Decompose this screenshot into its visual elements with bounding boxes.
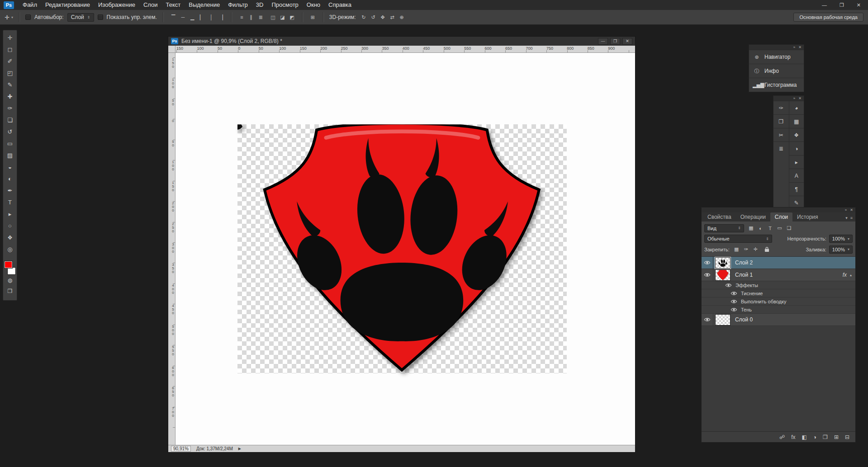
- menu-item[interactable]: 3D: [252, 0, 268, 10]
- tab-properties[interactable]: Свойства: [703, 212, 736, 222]
- eye-icon[interactable]: [730, 307, 737, 312]
- fill-dropdown[interactable]: 100% ▾: [829, 245, 853, 254]
- menu-item[interactable]: Слои: [139, 0, 162, 10]
- panel-button-histogram[interactable]: ▂▅▇ Гистограмма: [749, 78, 804, 92]
- menu-item[interactable]: Справка: [324, 0, 356, 10]
- vertical-ruler[interactable]: 1501005005010015020025030035040045050055…: [168, 53, 175, 445]
- layer-thumbnail-cell[interactable]: [713, 314, 732, 325]
- panel-menu-icon[interactable]: ≡: [850, 216, 853, 220]
- blend-mode-dropdown[interactable]: Обычные ⇕: [704, 235, 772, 243]
- align-right-edges-icon[interactable]: ▕: [217, 13, 225, 22]
- layer-thumbnail-cell[interactable]: [713, 257, 732, 269]
- 3d-rotate-icon[interactable]: ↻: [360, 13, 368, 22]
- shape-tool[interactable]: ○: [4, 220, 16, 231]
- marquee-tool[interactable]: ◻: [4, 43, 16, 55]
- tool-presets-panel-icon[interactable]: ✂: [773, 128, 789, 142]
- photoshop-logo[interactable]: Ps: [4, 1, 14, 9]
- layer-row-layer2[interactable]: Слой 2: [702, 257, 855, 269]
- character-panel-icon[interactable]: A: [789, 169, 804, 182]
- eraser-tool[interactable]: ▭: [4, 137, 16, 149]
- align-top-edges-icon[interactable]: ▔: [169, 13, 178, 22]
- lasso-tool[interactable]: ✐: [4, 55, 16, 67]
- visibility-toggle[interactable]: [702, 257, 713, 269]
- doc-close-icon[interactable]: ✕: [622, 38, 632, 45]
- menu-item[interactable]: Файл: [19, 0, 41, 10]
- swatches-panel-icon[interactable]: ▦: [789, 114, 804, 128]
- menu-item[interactable]: Просмотр: [267, 0, 302, 10]
- path-selection-tool[interactable]: ▸: [4, 208, 16, 220]
- autoselect-checkbox[interactable]: [25, 14, 31, 20]
- align-left-edges-icon[interactable]: ▏: [198, 13, 206, 22]
- menu-item[interactable]: Фильтр: [224, 0, 252, 10]
- tab-actions[interactable]: Операции: [736, 212, 770, 222]
- effect-row-stroke[interactable]: Выполнить обводку: [702, 297, 855, 306]
- expand-panels-icon[interactable]: »: [793, 45, 795, 49]
- 3d-zoom-icon[interactable]: ⊕: [398, 13, 406, 22]
- layer-row-layer1[interactable]: Слой 1 fx ▴: [702, 269, 855, 281]
- autoselect-target-dropdown[interactable]: Слой ⇕: [67, 13, 94, 22]
- fx-badge[interactable]: fx: [843, 272, 847, 278]
- distribute-vertical-centers-icon[interactable]: ∥: [247, 13, 256, 22]
- 3d-pan-icon[interactable]: ✥: [379, 13, 387, 22]
- filter-pixel-layers-icon[interactable]: ▦: [747, 224, 755, 232]
- pen-tool[interactable]: ✒: [4, 184, 16, 196]
- layer-thumbnail-cell[interactable]: [713, 269, 732, 281]
- menu-item[interactable]: Редактирование: [41, 0, 94, 10]
- add-layer-mask-icon[interactable]: ◧: [802, 434, 807, 440]
- layer-name[interactable]: Слой 1: [735, 272, 843, 278]
- visibility-toggle[interactable]: [702, 269, 713, 281]
- new-group-icon[interactable]: ❐: [823, 434, 828, 440]
- link-layers-icon[interactable]: ☍: [779, 434, 785, 440]
- adjustments-panel-icon[interactable]: ◑: [789, 142, 804, 155]
- screen-mode-icon[interactable]: ❐: [4, 286, 16, 297]
- brush-tool[interactable]: ✑: [4, 102, 16, 114]
- layer-name[interactable]: Слой 0: [735, 316, 855, 323]
- menu-item[interactable]: Текст: [162, 0, 185, 10]
- blur-tool[interactable]: ◒: [4, 161, 16, 173]
- opacity-dropdown[interactable]: 100% ▾: [829, 235, 853, 243]
- delete-layer-icon[interactable]: ⊟: [845, 434, 849, 440]
- visibility-toggle[interactable]: [702, 314, 713, 325]
- collapse-panels-icon[interactable]: »: [845, 208, 847, 212]
- effects-header-row[interactable]: Эффекты: [702, 281, 855, 289]
- document-canvas[interactable]: [237, 124, 567, 373]
- layer-comps-panel-icon[interactable]: ≣: [773, 142, 789, 155]
- layer-style-icon[interactable]: fx: [791, 434, 795, 440]
- lock-position-icon[interactable]: ✛: [751, 245, 760, 254]
- distribute-left-edges-icon[interactable]: ◫: [269, 13, 277, 22]
- quick-mask-icon[interactable]: ◍: [4, 275, 16, 286]
- horizontal-ruler[interactable]: 1501005005010015020025030035040045050055…: [175, 46, 635, 52]
- panel-button-info[interactable]: ⓘ Инфо: [749, 64, 804, 78]
- chevron-down-icon[interactable]: ▾: [845, 216, 848, 220]
- paragraph-panel-icon[interactable]: ¶: [789, 182, 804, 196]
- align-bottom-edges-icon[interactable]: ▁: [188, 13, 197, 22]
- status-options-arrow-icon[interactable]: ▶: [238, 447, 241, 451]
- maximize-icon[interactable]: ❐: [840, 2, 844, 8]
- gradient-tool[interactable]: ▨: [4, 149, 16, 161]
- doc-maximize-icon[interactable]: ❐: [610, 38, 620, 45]
- clone-source-panel-icon[interactable]: ❐: [773, 114, 789, 128]
- healing-brush-tool[interactable]: ✚: [4, 90, 16, 102]
- tab-layers[interactable]: Слои: [770, 212, 792, 222]
- eye-icon[interactable]: [730, 291, 737, 296]
- lock-all-icon[interactable]: [763, 245, 771, 254]
- adjustment-layer-icon[interactable]: ◑: [813, 434, 816, 440]
- doc-minimize-icon[interactable]: —: [598, 38, 608, 45]
- foreground-color-swatch[interactable]: [5, 261, 12, 268]
- tool-preset-picker[interactable]: ✛ ▾: [5, 14, 13, 21]
- layer-name[interactable]: Слой 2: [735, 259, 855, 266]
- distribute-horizontal-centers-icon[interactable]: ◪: [278, 13, 287, 22]
- distribute-bottom-edges-icon[interactable]: ≣: [256, 13, 265, 22]
- lock-transparency-icon[interactable]: ▦: [732, 245, 741, 254]
- collapse-effects-icon[interactable]: ▴: [850, 273, 852, 277]
- effect-row-shadow[interactable]: Тень: [702, 306, 855, 314]
- dodge-tool[interactable]: ◐: [4, 173, 16, 184]
- new-layer-icon[interactable]: ⊞: [834, 434, 839, 440]
- minimize-icon[interactable]: —: [822, 2, 827, 8]
- actions-panel-icon[interactable]: ▸: [789, 155, 804, 169]
- lock-pixels-icon[interactable]: ✑: [742, 245, 750, 254]
- menu-item[interactable]: Окно: [303, 0, 324, 10]
- align-horizontal-centers-icon[interactable]: │: [207, 13, 216, 22]
- filter-shape-layers-icon[interactable]: ▭: [775, 224, 784, 232]
- clone-stamp-tool[interactable]: ❏: [4, 114, 16, 126]
